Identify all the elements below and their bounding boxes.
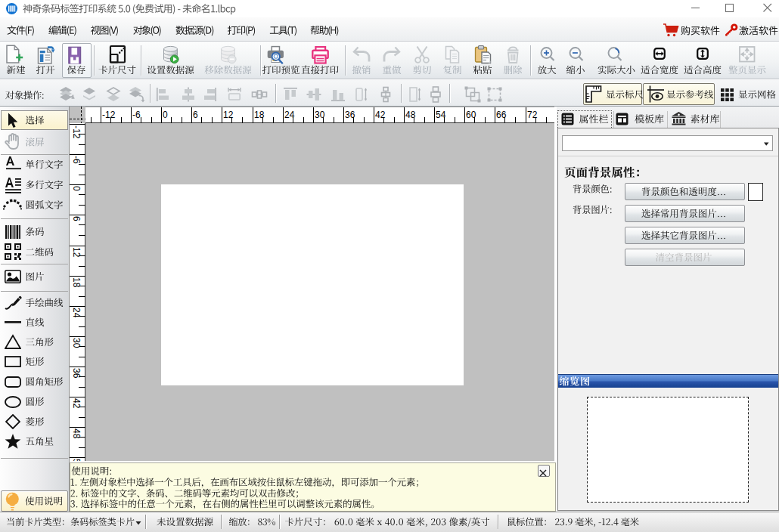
svg-text:0: 0	[71, 186, 82, 191]
svg-text:54: 54	[71, 459, 82, 461]
svg-text:42: 42	[71, 398, 82, 409]
svg-text:66: 66	[496, 110, 507, 120]
svg-text:36: 36	[71, 368, 82, 379]
svg-text:6: 6	[193, 110, 198, 120]
svg-text:72: 72	[527, 110, 538, 120]
svg-text:60: 60	[466, 110, 476, 120]
svg-text:42: 42	[375, 110, 386, 120]
svg-text:18: 18	[254, 110, 265, 120]
svg-text:24: 24	[71, 308, 82, 318]
svg-text:12: 12	[71, 247, 82, 258]
svg-text:12: 12	[223, 110, 234, 120]
svg-text:6: 6	[71, 216, 82, 221]
svg-text:-6: -6	[71, 156, 82, 164]
svg-text:24: 24	[284, 110, 295, 120]
svg-text:48: 48	[71, 428, 82, 439]
svg-text:-12: -12	[71, 125, 82, 139]
svg-text:0: 0	[163, 110, 168, 120]
svg-text:-6: -6	[132, 110, 141, 120]
svg-text:-12: -12	[102, 110, 116, 120]
svg-text:30: 30	[315, 110, 325, 120]
svg-text:54: 54	[436, 110, 446, 120]
svg-text:36: 36	[345, 110, 355, 120]
svg-text:30: 30	[71, 338, 82, 348]
svg-text:48: 48	[405, 110, 416, 120]
svg-text:18: 18	[71, 277, 82, 288]
